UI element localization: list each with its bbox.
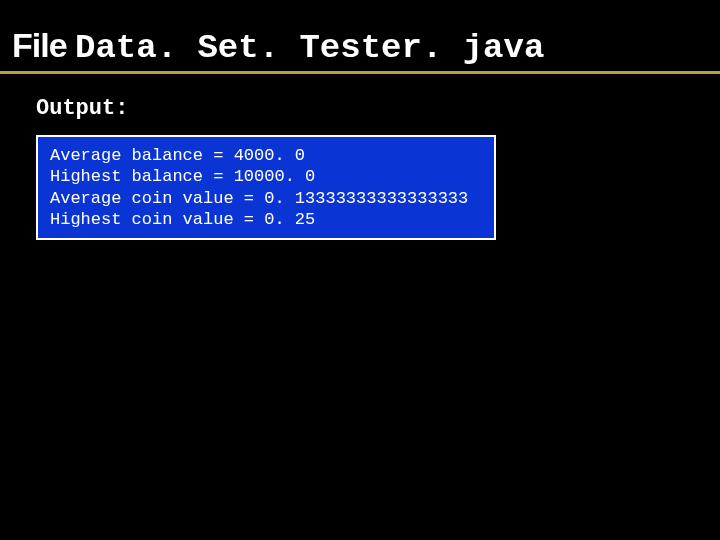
output-line: Highest balance = 10000. 0 bbox=[50, 166, 482, 187]
title-prefix: File bbox=[12, 26, 75, 64]
output-line: Highest coin value = 0. 25 bbox=[50, 209, 482, 230]
slide-title: File Data. Set. Tester. java bbox=[12, 28, 708, 65]
title-filename: Data. Set. Tester. java bbox=[75, 29, 544, 67]
slide: File Data. Set. Tester. java Output: Ave… bbox=[0, 0, 720, 540]
output-label: Output: bbox=[36, 96, 720, 121]
title-bar: File Data. Set. Tester. java bbox=[0, 0, 720, 74]
output-line: Average balance = 4000. 0 bbox=[50, 145, 482, 166]
output-box: Average balance = 4000. 0 Highest balanc… bbox=[36, 135, 496, 240]
output-line: Average coin value = 0. 1333333333333333… bbox=[50, 188, 482, 209]
